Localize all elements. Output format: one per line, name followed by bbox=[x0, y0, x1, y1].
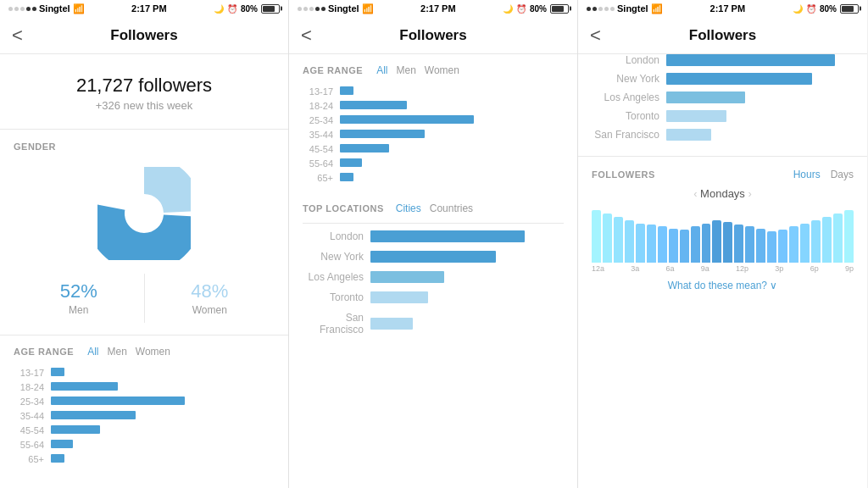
city-row: Los Angeles bbox=[592, 92, 854, 103]
age-bar-wrap bbox=[340, 173, 564, 183]
age-bar-wrap bbox=[340, 130, 564, 140]
age-filter-men[interactable]: Men bbox=[107, 346, 126, 358]
hour-label: 6p bbox=[810, 264, 819, 273]
hour-bar bbox=[592, 210, 601, 263]
age-filter-men-2[interactable]: Men bbox=[396, 64, 415, 76]
city-label: London bbox=[592, 54, 659, 66]
gender-section: 52% Men 48% Women bbox=[0, 160, 288, 336]
city-bar-wrap bbox=[666, 92, 854, 103]
signal-dot bbox=[309, 7, 314, 11]
signal-dots bbox=[8, 7, 36, 11]
hour-bar bbox=[756, 229, 765, 263]
back-button-3[interactable]: < bbox=[590, 25, 601, 47]
age-bar-wrap bbox=[51, 382, 275, 392]
city-row: Toronto bbox=[592, 110, 854, 122]
top-locations-section: TOP LOCATIONS Cities Countries London Ne… bbox=[289, 191, 577, 351]
signal-dot bbox=[303, 7, 308, 11]
battery-icon-3 bbox=[840, 4, 859, 14]
back-button[interactable]: < bbox=[12, 25, 23, 47]
age-row: 45-54 bbox=[14, 425, 275, 435]
age-label: 18-24 bbox=[14, 382, 44, 392]
age-label: 65+ bbox=[14, 454, 44, 464]
battery-fill-3 bbox=[842, 6, 854, 12]
signal-dot bbox=[321, 7, 326, 11]
signal-dot bbox=[298, 7, 302, 11]
location-label: Los Angeles bbox=[303, 271, 364, 283]
what-mean-link[interactable]: What do these mean? ∨ bbox=[592, 274, 854, 295]
age-bar bbox=[340, 158, 362, 167]
cities-filter[interactable]: Cities bbox=[396, 202, 421, 214]
days-tab[interactable]: Days bbox=[831, 169, 854, 180]
hour-bar bbox=[811, 220, 821, 263]
men-label: Men bbox=[14, 304, 144, 316]
age-range-title-2: AGE RANGE bbox=[303, 65, 363, 75]
age-bar-wrap bbox=[340, 144, 564, 154]
location-row: London bbox=[303, 230, 564, 242]
battery-label-2: 80% bbox=[530, 4, 547, 14]
age-range-title: AGE RANGE bbox=[14, 347, 74, 357]
hour-bar bbox=[647, 225, 656, 263]
age-filter-women[interactable]: Women bbox=[136, 346, 170, 358]
signal-dot bbox=[587, 7, 591, 11]
age-bar bbox=[340, 144, 389, 152]
city-row: San Francisco bbox=[592, 129, 854, 141]
back-button-2[interactable]: < bbox=[301, 25, 312, 47]
countries-filter[interactable]: Countries bbox=[430, 202, 473, 214]
city-label: Toronto bbox=[592, 110, 659, 122]
status-left-3: Singtel 📶 bbox=[587, 3, 663, 14]
moon-icon-2: 🌙 bbox=[503, 4, 513, 14]
gender-women: 48% Women bbox=[145, 274, 275, 323]
location-row: Toronto bbox=[303, 291, 564, 303]
hour-bar bbox=[614, 217, 623, 263]
hour-bar bbox=[625, 220, 634, 263]
age-label: 25-34 bbox=[14, 396, 44, 407]
age-bar-wrap bbox=[51, 425, 275, 435]
age-filter-women-2[interactable]: Women bbox=[425, 64, 459, 76]
time-label-2: 2:17 PM bbox=[420, 3, 456, 14]
location-row: Los Angeles bbox=[303, 271, 564, 283]
location-bar bbox=[370, 318, 413, 330]
age-bar-wrap bbox=[340, 115, 564, 125]
gender-stats: 52% Men 48% Women bbox=[14, 274, 275, 323]
hour-labels: 12a3a6a9a12p3p6p9p bbox=[592, 263, 854, 274]
pie-chart bbox=[97, 167, 191, 260]
age-label: 45-54 bbox=[14, 425, 44, 435]
age-bar bbox=[51, 425, 100, 434]
hours-tab[interactable]: Hours bbox=[793, 169, 821, 180]
location-label: Toronto bbox=[303, 291, 364, 303]
city-label: New York bbox=[592, 73, 659, 85]
age-bar-wrap bbox=[51, 411, 275, 421]
status-bar-2: Singtel 📶 2:17 PM 🌙 ⏰ 80% bbox=[289, 0, 577, 17]
age-label: 13-17 bbox=[14, 368, 44, 378]
page-title-2: Followers bbox=[399, 27, 466, 44]
hour-label: 12p bbox=[736, 264, 748, 273]
signal-dot bbox=[593, 7, 597, 11]
age-filter-all-2[interactable]: All bbox=[376, 64, 387, 76]
top-locations-header: TOP LOCATIONS Cities Countries bbox=[303, 191, 564, 224]
location-bar-wrap bbox=[370, 271, 564, 283]
age-filter-all[interactable]: All bbox=[87, 346, 98, 358]
age-row: 18-24 bbox=[14, 382, 275, 392]
next-day-icon[interactable]: › bbox=[748, 187, 751, 200]
age-label: 35-44 bbox=[303, 130, 333, 140]
carrier-label-3: Singtel bbox=[617, 3, 648, 14]
battery-fill bbox=[263, 6, 275, 12]
hour-bar bbox=[702, 224, 711, 263]
age-bar-wrap bbox=[340, 101, 564, 111]
gender-men: 52% Men bbox=[14, 274, 145, 323]
location-bar-wrap bbox=[370, 318, 564, 330]
time-label: 2:17 PM bbox=[131, 3, 167, 14]
location-row: San Francisco bbox=[303, 312, 564, 336]
location-bar-wrap bbox=[370, 291, 564, 303]
city-bar-wrap bbox=[666, 54, 854, 66]
wifi-icon-3: 📶 bbox=[651, 3, 663, 14]
signal-dot bbox=[604, 7, 609, 11]
panel-2: Singtel 📶 2:17 PM 🌙 ⏰ 80% < Followers AG… bbox=[289, 0, 578, 488]
alarm-icon-2: ⏰ bbox=[516, 4, 526, 14]
age-row: 18-24 bbox=[303, 101, 564, 111]
age-bar-wrap bbox=[51, 440, 275, 450]
age-row: 55-64 bbox=[303, 158, 564, 169]
hour-bar bbox=[745, 226, 754, 263]
prev-day-icon[interactable]: ‹ bbox=[693, 187, 697, 200]
age-label: 13-17 bbox=[303, 86, 333, 97]
